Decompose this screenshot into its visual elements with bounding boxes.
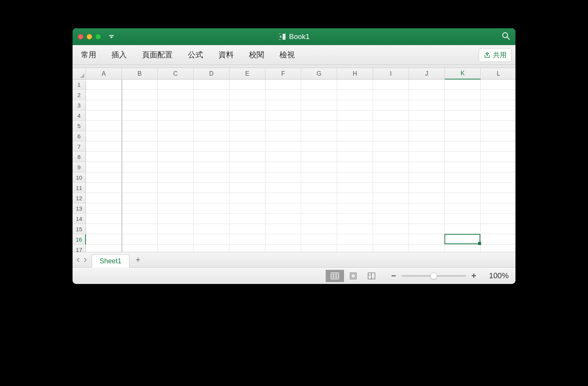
cell-G2[interactable] xyxy=(301,90,337,100)
cell-L8[interactable] xyxy=(481,152,515,162)
cell-I15[interactable] xyxy=(373,224,409,234)
cell-B13[interactable] xyxy=(122,203,158,214)
cell-A11[interactable] xyxy=(86,183,122,193)
cell-G16[interactable] xyxy=(301,234,337,245)
view-page-break-button[interactable] xyxy=(362,270,381,282)
zoom-percentage[interactable]: 100% xyxy=(489,271,509,280)
row-header-7[interactable]: 7 xyxy=(73,141,86,152)
row-header-3[interactable]: 3 xyxy=(73,100,86,110)
row-header-14[interactable]: 14 xyxy=(73,214,86,224)
cell-F7[interactable] xyxy=(265,141,301,152)
cell-A9[interactable] xyxy=(86,162,122,172)
cell-D17[interactable] xyxy=(194,245,229,252)
row-header-16[interactable]: 16 xyxy=(73,234,86,245)
cell-F11[interactable] xyxy=(265,183,301,193)
cell-B1[interactable] xyxy=(122,79,158,90)
cell-L2[interactable] xyxy=(481,90,515,100)
cell-K9[interactable] xyxy=(445,162,481,172)
cell-B16[interactable] xyxy=(122,234,158,245)
tab-review[interactable]: 校閱 xyxy=(247,47,267,62)
column-header-K[interactable]: K xyxy=(445,68,481,79)
cell-G4[interactable] xyxy=(301,110,337,121)
cell-J3[interactable] xyxy=(409,100,445,110)
cell-H13[interactable] xyxy=(337,203,373,214)
row-header-13[interactable]: 13 xyxy=(73,203,86,214)
cell-E16[interactable] xyxy=(229,234,265,245)
cell-C1[interactable] xyxy=(158,79,194,90)
cell-H4[interactable] xyxy=(337,110,373,121)
cell-J9[interactable] xyxy=(409,162,445,172)
cell-B8[interactable] xyxy=(122,152,158,162)
cell-L16[interactable] xyxy=(481,234,515,245)
cell-C3[interactable] xyxy=(158,100,194,110)
tab-formulas[interactable]: 公式 xyxy=(186,47,205,62)
row-header-5[interactable]: 5 xyxy=(73,121,86,131)
cell-A14[interactable] xyxy=(86,214,122,224)
cell-G15[interactable] xyxy=(301,224,337,234)
cell-A1[interactable] xyxy=(86,79,122,90)
select-all-corner[interactable] xyxy=(73,68,86,79)
cell-B7[interactable] xyxy=(122,141,158,152)
maximize-window-button[interactable] xyxy=(95,34,101,39)
cell-K7[interactable] xyxy=(445,141,481,152)
cell-G11[interactable] xyxy=(301,183,337,193)
cell-G6[interactable] xyxy=(301,131,337,141)
cell-A4[interactable] xyxy=(86,110,122,121)
cell-J1[interactable] xyxy=(409,79,445,90)
cell-D15[interactable] xyxy=(194,224,229,234)
cell-C15[interactable] xyxy=(158,224,194,234)
cell-I4[interactable] xyxy=(373,110,409,121)
cell-H7[interactable] xyxy=(337,141,373,152)
cell-E17[interactable] xyxy=(229,245,265,252)
cell-L15[interactable] xyxy=(481,224,515,234)
tab-page-layout[interactable]: 頁面配置 xyxy=(140,47,175,62)
cell-A8[interactable] xyxy=(86,152,122,162)
cell-C6[interactable] xyxy=(158,131,194,141)
tab-view[interactable]: 檢視 xyxy=(277,47,297,62)
cell-D9[interactable] xyxy=(194,162,229,172)
cell-I17[interactable] xyxy=(373,245,409,252)
cell-E11[interactable] xyxy=(229,183,265,193)
share-button[interactable]: 共用 xyxy=(479,48,512,62)
cell-F1[interactable] xyxy=(265,79,301,90)
column-header-D[interactable]: D xyxy=(194,68,229,79)
row-header-15[interactable]: 15 xyxy=(73,224,86,234)
cell-L4[interactable] xyxy=(481,110,515,121)
cell-C10[interactable] xyxy=(158,172,194,183)
cell-K5[interactable] xyxy=(445,121,481,131)
row-header-4[interactable]: 4 xyxy=(73,110,86,121)
cell-A6[interactable] xyxy=(86,131,122,141)
row-header-2[interactable]: 2 xyxy=(73,90,86,100)
cell-L6[interactable] xyxy=(481,131,515,141)
cell-H14[interactable] xyxy=(337,214,373,224)
cell-H9[interactable] xyxy=(337,162,373,172)
cell-D3[interactable] xyxy=(194,100,229,110)
cell-F6[interactable] xyxy=(265,131,301,141)
row-header-1[interactable]: 1 xyxy=(73,79,86,90)
cell-G5[interactable] xyxy=(301,121,337,131)
cell-G1[interactable] xyxy=(301,79,337,90)
minimize-window-button[interactable] xyxy=(87,34,92,39)
cell-L17[interactable] xyxy=(481,245,515,252)
cell-A10[interactable] xyxy=(86,172,122,183)
cell-F2[interactable] xyxy=(265,90,301,100)
column-header-L[interactable]: L xyxy=(481,68,515,79)
cell-F8[interactable] xyxy=(265,152,301,162)
cell-E9[interactable] xyxy=(229,162,265,172)
cell-F13[interactable] xyxy=(265,203,301,214)
cell-A16[interactable] xyxy=(86,234,122,245)
cell-G8[interactable] xyxy=(301,152,337,162)
sheet-tab-active[interactable]: Sheet1 xyxy=(92,255,129,268)
cell-D5[interactable] xyxy=(194,121,229,131)
cell-E3[interactable] xyxy=(229,100,265,110)
row-header-9[interactable]: 9 xyxy=(73,162,86,172)
cell-H11[interactable] xyxy=(337,183,373,193)
cell-I14[interactable] xyxy=(373,214,409,224)
cell-L12[interactable] xyxy=(481,193,515,203)
view-normal-button[interactable] xyxy=(326,270,344,282)
cell-K8[interactable] xyxy=(445,152,481,162)
cell-E5[interactable] xyxy=(229,121,265,131)
cell-H1[interactable] xyxy=(337,79,373,90)
column-header-F[interactable]: F xyxy=(265,68,301,79)
cell-I9[interactable] xyxy=(373,162,409,172)
